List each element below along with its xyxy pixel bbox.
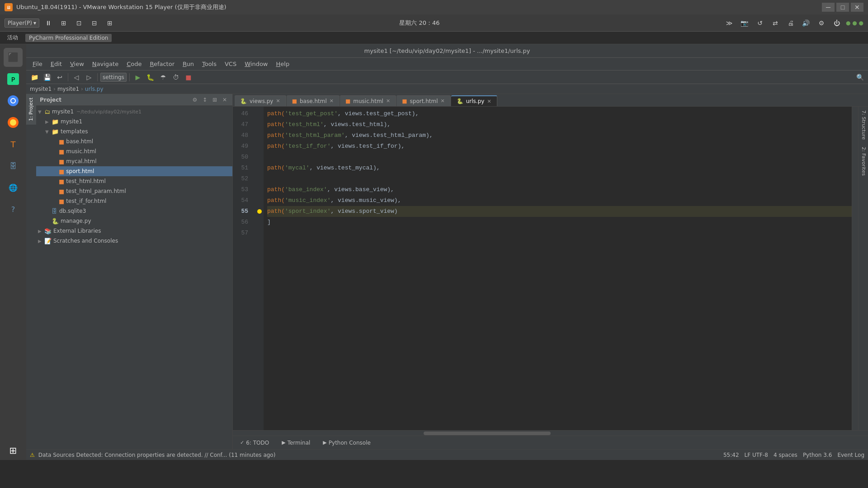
- window-controls[interactable]: ─ □ ✕: [822, 3, 863, 12]
- browser-chrome-icon[interactable]: [4, 91, 23, 110]
- menu-window[interactable]: Window: [241, 60, 271, 68]
- vm-btn3[interactable]: ⊟: [88, 18, 101, 28]
- vm-btn1[interactable]: ⊞: [57, 18, 70, 28]
- tab-urls-py[interactable]: 🐍 urls.py ✕: [451, 95, 497, 106]
- transfer-icon[interactable]: ⇄: [769, 18, 782, 28]
- project-vtab[interactable]: 1: Project: [26, 94, 36, 125]
- menu-run[interactable]: Run: [179, 60, 198, 68]
- text-editor-icon[interactable]: T: [4, 135, 23, 154]
- maximize-button[interactable]: □: [836, 3, 849, 12]
- tree-sport-html[interactable]: ■ sport.html: [36, 166, 232, 176]
- refresh-icon[interactable]: ↺: [754, 18, 766, 28]
- status-encoding[interactable]: LF UTF-8: [745, 452, 768, 458]
- close-button[interactable]: ✕: [851, 3, 863, 12]
- toolbar-stop-icon[interactable]: ■: [183, 72, 194, 82]
- tab-music-html[interactable]: ■ music.html ✕: [340, 95, 396, 106]
- tree-test-if-for[interactable]: ■ test_if_for.html: [36, 196, 232, 206]
- tree-mycal-html[interactable]: ■ mycal.html: [36, 156, 232, 166]
- gear-icon[interactable]: ⚙: [815, 18, 828, 28]
- tab-views-py[interactable]: 🐍 views.py ✕: [235, 95, 286, 106]
- gear-settings-icon[interactable]: ⚙: [191, 96, 199, 104]
- code-content[interactable]: path('test_get_post', views.test_get_pos…: [264, 107, 852, 430]
- pycharm-taskbar-item[interactable]: PyCharm Professional Edition: [25, 34, 112, 42]
- toolbar-debug-icon[interactable]: 🐛: [145, 72, 156, 82]
- menu-navigate[interactable]: Navigate: [89, 60, 122, 68]
- activities-button[interactable]: 活动: [4, 33, 22, 42]
- event-log-button[interactable]: Event Log: [837, 452, 864, 458]
- network-icon[interactable]: 🌐: [4, 178, 23, 197]
- tree-root[interactable]: ▼ 🗂 mysite1 ~/tedu/vip/day02/mysite1: [36, 107, 232, 117]
- bottom-tab-todo[interactable]: ✓ 6: TODO: [236, 439, 273, 447]
- tree-manage-py[interactable]: 🐍 manage.py: [36, 216, 232, 226]
- toolbar-profile-icon[interactable]: ⏱: [170, 72, 181, 82]
- expand-icon[interactable]: ⊞: [211, 96, 219, 104]
- vm-btn4[interactable]: ⊞: [104, 18, 116, 28]
- menu-help[interactable]: Help: [272, 60, 293, 68]
- bracket-56: ]: [267, 218, 271, 227]
- settings-label[interactable]: settings: [100, 73, 127, 82]
- breadcrumb-file[interactable]: urls.py: [85, 86, 104, 92]
- apps-grid-icon[interactable]: ⊞: [4, 441, 23, 460]
- minimize-button[interactable]: ─: [822, 3, 835, 12]
- tree-external-libs[interactable]: ▶ 📚 External Libraries: [36, 226, 232, 236]
- tree-mysite1[interactable]: ▶ 📁 mysite1: [36, 117, 232, 127]
- database-icon[interactable]: 🗄: [4, 156, 23, 175]
- tab-sport-html[interactable]: ■ sport.html ✕: [396, 95, 451, 106]
- menu-refactor[interactable]: Refactor: [146, 60, 178, 68]
- tree-scratches[interactable]: ▶ 📝 Scratches and Consoles: [36, 236, 232, 246]
- status-position[interactable]: 55:42: [723, 452, 739, 458]
- toolbar-open-icon[interactable]: 📁: [29, 72, 40, 82]
- menu-edit[interactable]: Edit: [47, 60, 66, 68]
- browser-firefox-icon[interactable]: [4, 113, 23, 132]
- breadcrumb-package[interactable]: mysite1: [57, 86, 79, 92]
- power-icon[interactable]: ⏻: [830, 18, 843, 28]
- tree-db-sqlite[interactable]: 🗄 db.sqlite3: [36, 206, 232, 216]
- bottom-tab-terminal[interactable]: ▶ Terminal: [278, 439, 314, 447]
- tab-base-html[interactable]: ■ base.html ✕: [287, 95, 340, 106]
- tab-base-html-close[interactable]: ✕: [330, 98, 334, 104]
- menu-vcs[interactable]: VCS: [221, 60, 240, 68]
- menu-tools[interactable]: Tools: [198, 60, 220, 68]
- code-editor[interactable]: 46 47 48 49 50 51 52 53 54 55 56 57: [233, 107, 858, 430]
- capture-icon[interactable]: 📷: [738, 18, 751, 28]
- tab-views-py-close[interactable]: ✕: [276, 98, 280, 104]
- pause-button[interactable]: ⏸: [42, 18, 55, 28]
- toolbar-save-icon[interactable]: 💾: [42, 72, 52, 82]
- menu-code[interactable]: Code: [123, 60, 145, 68]
- toolbar-forward-icon[interactable]: ▷: [84, 72, 94, 82]
- tree-test-html[interactable]: ■ test_html.html: [36, 176, 232, 186]
- tree-test-html-param[interactable]: ■ test_html_param.html: [36, 186, 232, 196]
- bottom-tab-python-console[interactable]: ▶ Python Console: [319, 439, 374, 447]
- breadcrumb-root[interactable]: mysite1: [30, 86, 52, 92]
- settings-icon[interactable]: ≫: [723, 18, 736, 28]
- tab-sport-html-close[interactable]: ✕: [441, 98, 445, 104]
- tree-templates[interactable]: ▼ 📁 templates: [36, 127, 232, 136]
- menu-file[interactable]: File: [29, 60, 46, 68]
- terminal-icon[interactable]: ⬛: [4, 48, 23, 67]
- toolbar-undo-icon[interactable]: ↩: [54, 72, 65, 82]
- scroll-thumb[interactable]: [424, 432, 551, 435]
- tab-music-html-close[interactable]: ✕: [386, 98, 390, 104]
- status-indent[interactable]: 4 spaces: [774, 452, 797, 458]
- menu-view[interactable]: View: [66, 60, 88, 68]
- structure-vtab[interactable]: 7: Structure: [859, 107, 868, 143]
- tab-urls-py-close[interactable]: ✕: [487, 99, 491, 104]
- right-scrollbar[interactable]: [852, 107, 858, 430]
- toolbar-coverage-icon[interactable]: ☂: [158, 72, 169, 82]
- pycharm-sidebar-icon[interactable]: P: [4, 70, 23, 89]
- help-icon[interactable]: ?: [4, 200, 23, 219]
- sort-icon[interactable]: ↕: [201, 96, 209, 104]
- player-button[interactable]: Player(P) ▾: [5, 19, 39, 28]
- close-panel-icon[interactable]: ✕: [221, 96, 229, 104]
- tree-base-html[interactable]: ■ base.html: [36, 136, 232, 146]
- vm-btn2[interactable]: ⊡: [73, 18, 85, 28]
- horizontal-scrollbar[interactable]: [233, 430, 868, 436]
- toolbar-back-icon[interactable]: ◁: [71, 72, 82, 82]
- print-icon[interactable]: 🖨: [784, 18, 797, 28]
- favorites-vtab[interactable]: 2: Favorites: [859, 143, 868, 179]
- tree-music-html[interactable]: ■ music.html: [36, 146, 232, 156]
- toolbar-search-icon[interactable]: 🔍: [854, 72, 865, 82]
- toolbar-run-icon[interactable]: ▶: [132, 72, 143, 82]
- status-python[interactable]: Python 3.6: [803, 452, 832, 458]
- audio-icon[interactable]: 🔊: [800, 18, 812, 28]
